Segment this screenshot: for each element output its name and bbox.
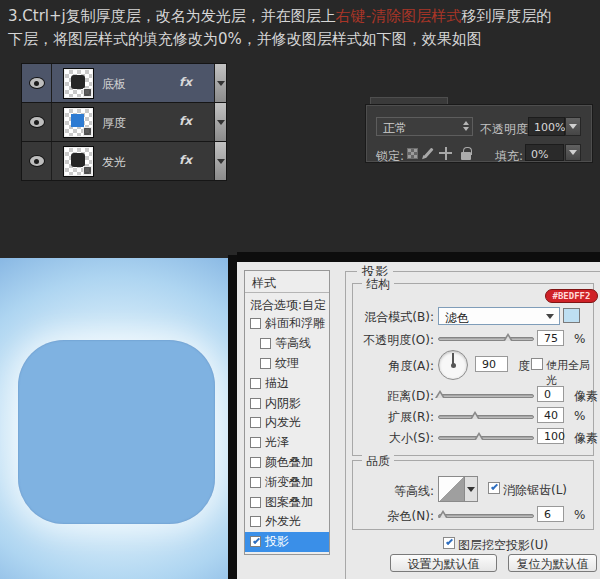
fx-icon[interactable]: fx — [179, 153, 192, 167]
knockout-label: 图层挖空投影(U) — [458, 537, 548, 554]
visibility-toggle[interactable] — [22, 103, 52, 141]
style-item-texture[interactable]: 纹理 — [245, 354, 329, 374]
blend-mode-label: 混合模式(B): — [344, 309, 434, 326]
noise-slider[interactable] — [438, 514, 534, 518]
shadow-blend-mode-select[interactable]: 滤色 — [438, 307, 560, 325]
antialias-checkbox[interactable] — [488, 482, 500, 494]
style-item-color-overlay[interactable]: 颜色叠加 — [245, 453, 329, 473]
spread-value[interactable]: 40 — [537, 407, 564, 423]
layer-row-houdu[interactable]: 厚度 fx — [22, 103, 226, 142]
styles-list-title: 样式 — [245, 271, 329, 293]
checkbox[interactable] — [260, 358, 271, 369]
layer-name[interactable]: 底板 — [102, 76, 126, 93]
visibility-toggle[interactable] — [22, 142, 52, 180]
layer-name[interactable]: 厚度 — [102, 115, 126, 132]
distance-unit: 像素 — [574, 388, 598, 405]
noise-value[interactable]: 6 — [537, 506, 564, 522]
contour-dropdown-button[interactable] — [465, 476, 478, 502]
noise-slider-thumb[interactable] — [438, 510, 448, 518]
layer-thumbnail[interactable] — [64, 147, 93, 176]
style-item-drop-shadow[interactable]: 投影 — [245, 532, 329, 552]
checkbox[interactable] — [250, 378, 261, 389]
shadow-opacity-value[interactable]: 75 — [537, 330, 564, 346]
check-icon — [252, 537, 259, 544]
layer-name[interactable]: 发光 — [102, 154, 126, 171]
contour-thumbnail[interactable] — [438, 476, 465, 502]
shadow-color-swatch[interactable] — [563, 308, 580, 323]
blend-mode-select[interactable]: 正常 — [376, 117, 473, 136]
style-item-label: 光泽 — [265, 434, 289, 451]
layer-thumbnail[interactable] — [64, 69, 93, 98]
lock-paint-brush-icon[interactable] — [423, 148, 433, 159]
checkbox[interactable] — [250, 477, 261, 488]
knockout-checkbox[interactable] — [443, 537, 455, 549]
opacity-dropdown-button[interactable] — [565, 117, 581, 136]
contour-label: 等高线: — [364, 483, 434, 500]
checkbox[interactable] — [250, 417, 261, 428]
layer-row-faguang[interactable]: 发光 fx — [22, 142, 226, 181]
visibility-toggle[interactable] — [22, 64, 52, 102]
fill-value[interactable]: 0% — [525, 144, 564, 161]
checkbox[interactable] — [250, 497, 261, 508]
lock-icons — [407, 146, 471, 160]
chevron-down-icon — [467, 487, 475, 492]
layer-row-diban[interactable]: 底板 fx — [22, 64, 226, 103]
reset-default-button[interactable]: 复位为默认值 — [508, 554, 597, 572]
style-item-gradient-overlay[interactable]: 渐变叠加 — [245, 472, 329, 492]
tutorial-page: 3.Ctrl+j复制厚度层，改名为发光层，并在图层上右键-清除图层样式移到厚度层… — [0, 0, 600, 579]
angle-value[interactable]: 90 — [475, 356, 508, 372]
style-item-inner-shadow[interactable]: 内阴影 — [245, 393, 329, 413]
rounded-square-shape — [18, 340, 215, 524]
spread-slider-thumb[interactable] — [470, 411, 480, 419]
checkbox[interactable] — [250, 318, 261, 329]
global-light-checkbox[interactable] — [531, 358, 543, 370]
style-item-contour[interactable]: 等高线 — [245, 334, 329, 354]
size-slider[interactable] — [438, 436, 534, 440]
opacity-slider-thumb[interactable] — [503, 333, 513, 341]
style-item-label: 纹理 — [275, 355, 299, 372]
size-slider-thumb[interactable] — [474, 432, 484, 440]
opacity-slider[interactable] — [438, 337, 534, 341]
make-default-button[interactable]: 设置为默认值 — [390, 554, 497, 572]
vector-mask-icon — [83, 88, 92, 97]
spread-slider[interactable] — [438, 415, 534, 419]
style-item-bevel[interactable]: 斜面和浮雕 — [245, 314, 329, 334]
checkbox-checked[interactable] — [250, 536, 261, 547]
structure-legend: 结构 — [362, 276, 394, 293]
distance-slider-thumb[interactable] — [435, 390, 445, 398]
style-item-stroke[interactable]: 描边 — [245, 373, 329, 393]
lock-label: 锁定: — [376, 148, 404, 165]
instruction-line2: 下层，将图层样式的填充修改为0%，并修改图层样式如下图，效果如图 — [8, 30, 482, 48]
checkbox[interactable] — [250, 437, 261, 448]
size-value[interactable]: 100 — [537, 428, 564, 444]
canvas-preview — [0, 258, 228, 579]
blending-options-item[interactable]: 混合选项:自定 — [245, 293, 329, 314]
style-item-label: 渐变叠加 — [265, 474, 313, 491]
angle-dial[interactable] — [438, 350, 468, 380]
lock-move-icon[interactable] — [439, 147, 452, 160]
angle-unit: 度 — [518, 358, 530, 375]
blend-opacity-panel: 正常 不透明度: 100% 锁定: 填充: 0% — [366, 105, 592, 162]
fx-icon[interactable]: fx — [179, 75, 192, 89]
style-item-outer-glow[interactable]: 外发光 — [245, 512, 329, 532]
checkbox[interactable] — [250, 398, 261, 409]
lock-all-icon[interactable] — [461, 152, 471, 160]
style-item-satin[interactable]: 光泽 — [245, 433, 329, 453]
checkbox[interactable] — [250, 516, 261, 527]
checkbox[interactable] — [250, 457, 261, 468]
style-item-inner-glow[interactable]: 内发光 — [245, 413, 329, 433]
lock-transparency-icon[interactable] — [407, 148, 418, 159]
fx-collapse-strip[interactable] — [214, 142, 226, 180]
style-item-pattern-overlay[interactable]: 图案叠加 — [245, 492, 329, 512]
distance-slider[interactable] — [438, 394, 534, 398]
fx-icon[interactable]: fx — [179, 114, 192, 128]
fx-collapse-strip[interactable] — [214, 64, 226, 102]
fill-dropdown-button[interactable] — [565, 144, 581, 161]
layer-thumbnail[interactable] — [64, 108, 93, 137]
fx-collapse-strip[interactable] — [214, 103, 226, 141]
checkbox[interactable] — [260, 338, 271, 349]
distance-value[interactable]: 0 — [537, 386, 564, 402]
style-item-label: 投影 — [265, 533, 289, 550]
opacity-value[interactable]: 100% — [528, 117, 565, 136]
fill-label: 填充: — [495, 148, 523, 165]
